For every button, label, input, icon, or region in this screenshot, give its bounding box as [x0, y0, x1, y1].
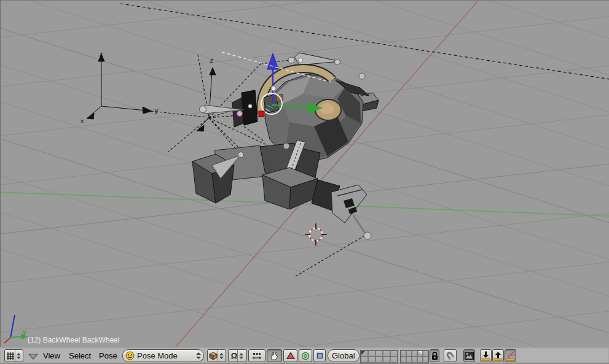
layer-objects-mark: [418, 351, 422, 355]
grid-3d-viewport-icon: [6, 352, 15, 360]
rotate-manipulator-circle-icon: [301, 352, 310, 360]
axis-label-z: z: [210, 56, 214, 64]
dropdown-arrows-icon: [196, 352, 201, 359]
move-object-centers-icon: [252, 352, 262, 360]
menu-view[interactable]: View: [43, 347, 60, 364]
layer-buttons-block-1: [360, 350, 398, 363]
viewport-header: View Select Pose Pose Mode Ω: [0, 347, 609, 364]
move-centers-button[interactable]: [248, 349, 265, 362]
layer-buttons-block-2: [400, 350, 429, 363]
mini-axis-label-y: y: [23, 329, 26, 335]
object-center-dot: [259, 111, 264, 117]
pivot-rotation-icon: Ω: [231, 352, 237, 360]
orientation-dropdown-value: Global: [332, 351, 355, 360]
layer-button[interactable]: [390, 350, 398, 357]
axis-tripod-main: z y x: [81, 50, 207, 124]
axis-label-z: z: [99, 50, 103, 58]
draw-type-button[interactable]: [207, 349, 226, 362]
render-preview-image-icon: [465, 352, 474, 360]
layer-button[interactable]: [383, 357, 390, 363]
3d-viewport[interactable]: z y x z: [0, 0, 609, 347]
scale-manipulator-button[interactable]: [313, 349, 326, 362]
lock-button[interactable]: [430, 349, 439, 362]
layer-button[interactable]: [401, 357, 406, 363]
viewport-status-text: (12) BackWheel BackWheel: [28, 336, 119, 344]
blender-window: { "viewport": { "status_text": "(12) Bac…: [0, 0, 609, 364]
layer-button[interactable]: [412, 350, 417, 357]
knee-ball: [283, 143, 289, 149]
layer-button[interactable]: [412, 357, 417, 363]
layer-button[interactable]: [417, 350, 423, 357]
lock-icon: [431, 351, 439, 360]
manipulator-toggle-button[interactable]: [267, 349, 282, 362]
layer-button[interactable]: [375, 350, 383, 357]
paste-pose-button[interactable]: [492, 349, 504, 362]
pose-mode-smiley-icon: [125, 351, 135, 360]
layer-button[interactable]: [375, 357, 383, 363]
rotate-manipulator-button[interactable]: [299, 349, 312, 362]
axis-label-y: y: [154, 107, 159, 115]
render-preview-button[interactable]: [463, 349, 475, 362]
viewport-scene: z y x z: [1, 1, 609, 347]
layer-button[interactable]: [406, 357, 412, 363]
draw-type-solid-cube-icon: [209, 352, 218, 360]
translate-manipulator-triangle-icon: [286, 352, 295, 360]
menu-collapse-triangle-icon[interactable]: [28, 354, 38, 360]
layer-button[interactable]: [401, 350, 406, 357]
menu-select[interactable]: Select: [69, 347, 91, 364]
axis-label-x: x: [81, 118, 84, 124]
pink-joint-sphere: [237, 111, 243, 117]
editor-type-button[interactable]: [4, 349, 23, 362]
layer-button[interactable]: [423, 357, 428, 363]
spinner[interactable]: [237, 350, 244, 362]
mini-view-axes: y: [4, 315, 28, 343]
paste-flipped-pose-button[interactable]: [505, 349, 516, 362]
menu-pose[interactable]: Pose: [99, 347, 117, 364]
snap-button[interactable]: [444, 349, 457, 362]
layer-objects-mark: [361, 351, 365, 355]
mode-dropdown-value: Pose Mode: [137, 351, 178, 360]
scale-manipulator-square-icon: [316, 352, 324, 360]
layer-button[interactable]: [390, 357, 398, 363]
copy-pose-down-arrow-icon: [481, 350, 490, 361]
paste-pose-up-arrow-icon: [493, 350, 503, 361]
layer-button[interactable]: [383, 350, 390, 357]
layer-button[interactable]: [423, 350, 428, 357]
manipulator-hand-icon: [270, 351, 279, 361]
spinner[interactable]: [218, 350, 224, 362]
translate-manipulator-button[interactable]: [283, 349, 297, 362]
mode-dropdown[interactable]: Pose Mode: [122, 349, 204, 362]
paste-flipped-pose-icon: [506, 350, 515, 361]
copy-pose-button[interactable]: [480, 349, 492, 362]
layer-button[interactable]: [361, 357, 368, 363]
orientation-dropdown[interactable]: Global: [328, 349, 360, 362]
layer-button[interactable]: [368, 350, 375, 357]
magnet-snap-icon: [446, 351, 455, 360]
layer-button[interactable]: [406, 350, 412, 357]
layer-button[interactable]: [368, 357, 375, 363]
pivot-dropdown[interactable]: Ω: [228, 349, 247, 362]
spinner[interactable]: [15, 350, 22, 362]
layer-button[interactable]: [417, 357, 423, 363]
layer-button[interactable]: [361, 350, 368, 357]
